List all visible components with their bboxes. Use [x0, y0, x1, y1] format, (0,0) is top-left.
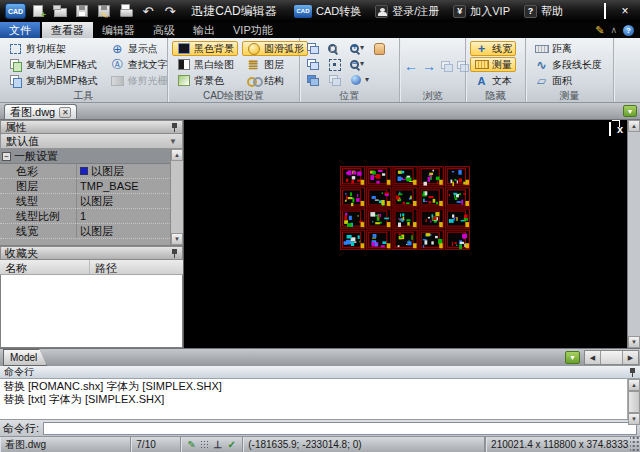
favorites-col-path[interactable]: 路径 [90, 260, 183, 274]
measure-toggle[interactable]: 测量 [470, 57, 516, 72]
osnap-icon[interactable]: ✓ [226, 439, 237, 450]
find-text-button[interactable]: 查找文字 [106, 57, 172, 72]
tab-advanced[interactable]: 高级 [144, 22, 184, 38]
resize-grip[interactable] [630, 437, 640, 452]
scroll-down-icon[interactable]: ▼ [171, 233, 183, 245]
property-row-lineweight[interactable]: 线宽 以图层 [0, 224, 170, 239]
scroll-right-icon[interactable]: ▶ [622, 351, 638, 364]
close-button[interactable]: × [619, 5, 631, 17]
style-pen-icon[interactable]: ✎ [595, 24, 604, 37]
zoom-out-button[interactable]: ▾ [348, 57, 370, 72]
browse-forward-button[interactable]: → [422, 59, 436, 73]
tab-viewer[interactable]: 查看器 [42, 22, 93, 38]
property-row-linetype[interactable]: 线型 以图层 [0, 194, 170, 209]
window-layout-button[interactable] [304, 73, 326, 88]
property-row-linetype-scale[interactable]: 线型比例 1 [0, 209, 170, 224]
previous-view-button[interactable] [326, 73, 348, 88]
help-button[interactable]: ? 帮助 [518, 4, 569, 19]
area-button[interactable]: 面积 [530, 73, 606, 88]
smooth-arc-toggle[interactable]: 圆滑弧形 [242, 41, 308, 56]
collapse-ribbon-icon[interactable]: ∧ [610, 25, 617, 35]
tab-file[interactable]: 文件 [0, 22, 40, 38]
lineweight-toggle[interactable]: 线宽 [470, 41, 516, 56]
previous-view-icon [328, 74, 342, 87]
view-next-icon[interactable] [456, 60, 468, 73]
browse-back-button[interactable]: ← [404, 59, 418, 73]
cad-convert-button[interactable]: CAD CAD转换 [288, 4, 367, 19]
pin-icon[interactable] [629, 368, 636, 377]
maximize-button[interactable] [599, 5, 611, 17]
drawing-canvas[interactable]: x ▲ ▼ [184, 120, 640, 348]
cad-drawing-thumbnails[interactable] [340, 166, 472, 252]
properties-scrollbar[interactable]: ▲ ▼ [170, 149, 183, 245]
tab-list-dropdown-button[interactable]: ▼ [623, 105, 637, 117]
canvas-vertical-scrollbar[interactable]: ▲ ▼ [627, 120, 640, 348]
redo-button[interactable]: ↷ [162, 4, 178, 18]
scroll-left-icon[interactable]: ◀ [585, 351, 601, 364]
properties-preset-dropdown[interactable]: 默认值 ▼ [0, 134, 183, 149]
property-row-layer[interactable]: 图层 TMP_BASE [0, 179, 170, 194]
save-as-button[interactable] [96, 4, 112, 18]
scroll-track[interactable] [628, 132, 640, 336]
model-tab[interactable]: Model [3, 349, 47, 366]
open-file-button[interactable] [52, 4, 68, 18]
zoom-extents-button[interactable] [326, 57, 348, 72]
document-tab-close-icon[interactable]: ✕ [59, 107, 71, 118]
pan-button[interactable] [370, 41, 392, 56]
scroll-up-icon[interactable]: ▲ [628, 120, 640, 132]
collapse-category-icon[interactable]: − [2, 152, 11, 161]
document-tab[interactable]: 看图.dwg ✕ [4, 104, 77, 119]
structure-button[interactable]: 结构 [242, 73, 308, 88]
layers-button[interactable]: 图层 [242, 57, 308, 72]
join-vip-button[interactable]: ¥ 加入VIP [447, 4, 516, 19]
print-button[interactable] [118, 4, 134, 18]
zoom-window-button[interactable] [326, 41, 348, 56]
layout-dropdown-button[interactable]: ▼ [565, 351, 580, 364]
copy-bmp-button[interactable]: 复制为BMP格式 [4, 73, 102, 88]
tab-editor[interactable]: 编辑器 [93, 22, 144, 38]
ribbon-help-icon[interactable]: ? [623, 25, 634, 36]
distance-button[interactable]: 距离 [530, 41, 606, 56]
scroll-down-icon[interactable]: ▼ [628, 336, 640, 348]
command-history-scrollbar[interactable]: ▲ ▼ [627, 379, 640, 419]
pin-icon[interactable] [171, 249, 178, 258]
show-points-button[interactable]: 显示点 [106, 41, 172, 56]
scroll-track[interactable] [171, 161, 183, 233]
save-button[interactable] [74, 4, 90, 18]
property-category-row[interactable]: − 一般设置 [0, 149, 170, 164]
tab-vip[interactable]: VIP功能 [224, 22, 282, 38]
zoom-in-button[interactable]: ▾ [348, 41, 370, 56]
ortho-icon[interactable]: ⊥ [212, 439, 223, 450]
black-background-toggle[interactable]: 黑色背景 [172, 41, 238, 56]
cascade-view-button[interactable] [304, 41, 326, 56]
grid-snap-icon[interactable] [200, 440, 209, 449]
trim-raster-button[interactable]: 修剪光栅 [106, 73, 172, 88]
scroll-up-icon[interactable]: ▲ [628, 379, 640, 391]
favorites-col-name[interactable]: 名称 [0, 260, 90, 274]
scroll-down-icon[interactable]: ▼ [628, 413, 640, 425]
command-history[interactable]: 替换 [ROMANC.shx] 字体为 [SIMPLEX.SHX] 替换 [tx… [0, 379, 640, 420]
scroll-up-icon[interactable]: ▲ [171, 149, 183, 161]
view-prev-icon[interactable] [440, 60, 452, 73]
canvas-horizontal-scrollbar[interactable]: ◀ ▶ [584, 350, 639, 365]
copy-emf-button[interactable]: 复制为EMF格式 [4, 57, 102, 72]
orbit-button[interactable]: ▾ [348, 73, 370, 88]
polyline-length-button[interactable]: 多段线长度 [530, 57, 606, 72]
new-file-button[interactable] [30, 4, 46, 18]
tab-output[interactable]: 输出 [184, 22, 224, 38]
scroll-thumb[interactable] [601, 351, 622, 364]
bw-drawing-toggle[interactable]: 黑白绘图 [172, 57, 238, 72]
mdi-restore-button[interactable] [609, 123, 611, 135]
clip-frame-button[interactable]: 剪切框架 [4, 41, 102, 56]
text-toggle[interactable]: 文本 [470, 73, 516, 88]
draft-mode-icon[interactable]: ✎ [186, 439, 197, 450]
pin-icon[interactable] [171, 123, 178, 132]
scroll-thumb[interactable] [628, 391, 640, 413]
favorites-list[interactable] [0, 275, 183, 348]
background-color-button[interactable]: 背景色 [172, 73, 238, 88]
command-input[interactable] [43, 422, 637, 435]
copy-view-button[interactable] [304, 57, 326, 72]
undo-button[interactable]: ↶ [140, 4, 156, 18]
property-row-color[interactable]: 色彩 以图层 [0, 164, 170, 179]
login-register-button[interactable]: 登录/注册 [369, 4, 445, 19]
